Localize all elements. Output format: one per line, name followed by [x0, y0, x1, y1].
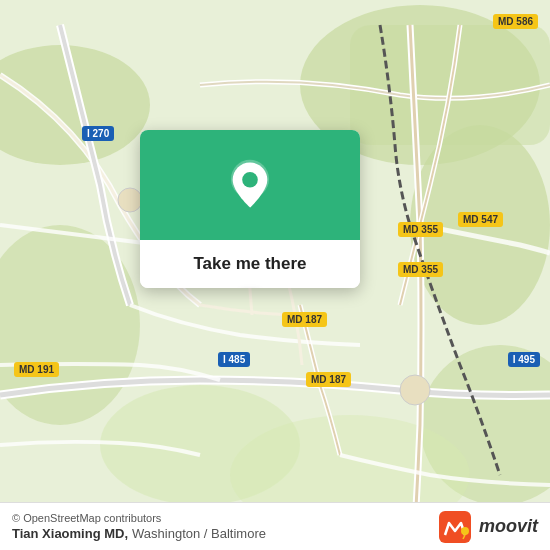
badge-md-355-upper: MD 355 — [398, 222, 443, 237]
take-me-there-button[interactable]: Take me there — [140, 240, 360, 288]
moovit-icon — [439, 511, 471, 543]
svg-point-10 — [400, 375, 430, 405]
card-header — [140, 130, 360, 240]
place-region: Washington / Baltimore — [132, 526, 266, 541]
svg-point-14 — [461, 527, 469, 535]
badge-md-187-lower: MD 187 — [306, 372, 351, 387]
badge-i-270: I 270 — [82, 126, 114, 141]
moovit-text: moovit — [479, 516, 538, 537]
place-name: Tian Xiaoming MD, — [12, 526, 128, 541]
map-container: MD 586 I 270 MD 355 MD 355 MD 547 MD 187… — [0, 0, 550, 550]
badge-md-355-lower: MD 355 — [398, 262, 443, 277]
moovit-logo: moovit — [439, 511, 538, 543]
badge-md-547: MD 547 — [458, 212, 503, 227]
button-label: Take me there — [193, 254, 306, 274]
svg-point-12 — [242, 172, 258, 188]
svg-point-9 — [118, 188, 142, 212]
badge-md-191: MD 191 — [14, 362, 59, 377]
attribution-text: © OpenStreetMap contributors — [12, 512, 266, 524]
badge-md-586: MD 586 — [493, 14, 538, 29]
badge-i-495-left: I 485 — [218, 352, 250, 367]
bottom-bar: © OpenStreetMap contributors Tian Xiaomi… — [0, 502, 550, 550]
svg-rect-13 — [439, 511, 471, 543]
badge-md-187-upper: MD 187 — [282, 312, 327, 327]
badge-i-495-right: I 495 — [508, 352, 540, 367]
location-card: Take me there — [140, 130, 360, 288]
map-pin-icon — [224, 159, 276, 211]
